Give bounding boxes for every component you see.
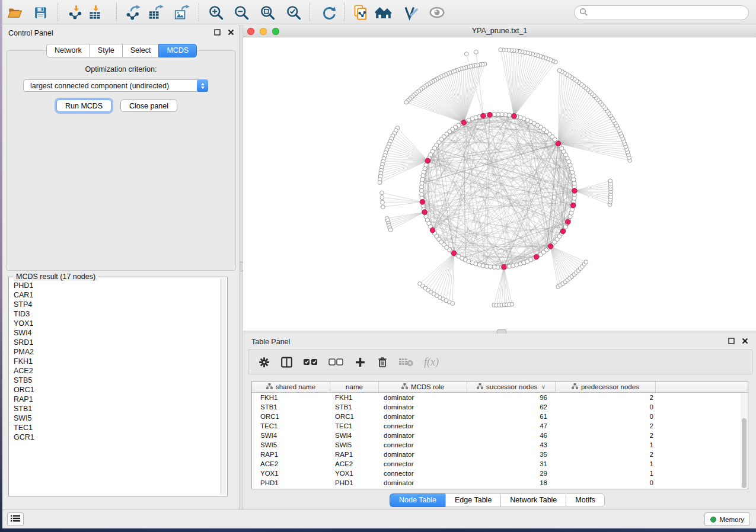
mcds-result-item[interactable]: ACE2 — [10, 366, 219, 376]
cell-successor-nodes: 35 — [467, 451, 556, 458]
cell-shared-name: ORC1 — [252, 413, 330, 420]
float-panel-icon[interactable] — [727, 337, 735, 345]
mcds-result-item[interactable]: RAP1 — [10, 395, 219, 404]
show-hide-graphic-details-icon[interactable] — [428, 4, 446, 21]
mcds-result-scrollbar[interactable] — [220, 278, 226, 495]
mcds-result-item[interactable]: PMA2 — [10, 347, 219, 357]
save-session-icon[interactable] — [31, 4, 49, 21]
table-row[interactable]: STB1STB1dominator620 — [252, 402, 748, 412]
add-column-icon[interactable] — [354, 353, 366, 371]
deselect-all-columns-icon[interactable] — [328, 353, 344, 371]
table-scrollbar[interactable] — [741, 393, 747, 488]
cell-shared-name: SWI4 — [252, 432, 330, 439]
zoom-fit-icon[interactable] — [259, 4, 276, 21]
cell-successor-nodes: 43 — [467, 441, 556, 448]
float-panel-icon[interactable] — [213, 28, 221, 37]
mcds-result-item[interactable]: PHD1 — [10, 281, 219, 290]
column-header-shared-name[interactable]: shared name — [252, 382, 330, 392]
table-row[interactable]: SWI4SWI4dominator462 — [252, 431, 748, 440]
zoom-in-icon[interactable] — [207, 4, 225, 21]
table-row[interactable]: SWI5SWI5connector431 — [252, 440, 748, 450]
network-window-titlebar[interactable]: YPA_prune.txt_1 — [243, 25, 756, 37]
mcds-result-item[interactable]: ORC1 — [10, 385, 219, 395]
control-panel: Control Panel NetworkStyleSelectMCDS Opt… — [2, 25, 240, 509]
sort-desc-icon: ∨ — [541, 384, 546, 390]
cell-MCDS-role: connector — [379, 470, 467, 477]
tab-node-table[interactable]: Node Table — [390, 493, 445, 507]
cell-name: FKH1 — [330, 394, 379, 401]
export-network-icon[interactable] — [125, 4, 142, 21]
select-stepper-icon — [197, 79, 208, 92]
table-row[interactable]: FKH1FKH1dominator962 — [252, 393, 748, 402]
mcds-result-item[interactable]: FKH1 — [10, 357, 219, 366]
vizmapper-icon[interactable] — [402, 4, 420, 21]
tab-select[interactable]: Select — [122, 44, 159, 57]
close-panel-icon[interactable] — [741, 337, 749, 345]
optimization-criterion-select[interactable]: largest connected component (undirected) — [23, 79, 208, 92]
tab-motifs[interactable]: Motifs — [566, 493, 604, 507]
mcds-result-item[interactable]: TEC1 — [10, 423, 219, 432]
tab-network[interactable]: Network — [46, 44, 90, 57]
table-settings-icon[interactable] — [258, 353, 270, 371]
table-row[interactable]: ORC1ORC1dominator610 — [252, 412, 748, 421]
network-overview-icon[interactable] — [375, 4, 393, 21]
table-row[interactable]: YOX1YOX1connector291 — [252, 469, 748, 478]
show-panels-menu-button[interactable] — [7, 512, 24, 526]
cell-predecessor-nodes: 2 — [556, 432, 656, 439]
mcds-result-item[interactable]: SWI5 — [10, 414, 219, 423]
zoom-out-icon[interactable] — [232, 4, 250, 21]
mcds-result-item[interactable]: STB1 — [10, 404, 219, 414]
table-row[interactable]: ACE2ACE2connector311 — [252, 459, 748, 469]
tab-edge-table[interactable]: Edge Table — [445, 493, 500, 507]
network-canvas[interactable] — [243, 37, 756, 331]
table-row[interactable]: PHD1PHD1dominator180 — [252, 478, 748, 488]
select-all-columns-icon[interactable] — [303, 353, 318, 371]
cell-name: PHD1 — [330, 479, 379, 486]
close-panel-button[interactable]: Close panel — [120, 100, 177, 112]
table-row[interactable]: TEC1TEC1connector472 — [252, 421, 748, 431]
search-input[interactable] — [591, 9, 748, 17]
zoom-selected-icon[interactable] — [285, 4, 302, 21]
column-layout-icon[interactable] — [280, 353, 293, 371]
scrollbar-thumb[interactable] — [742, 418, 747, 488]
delete-column-icon[interactable] — [377, 353, 388, 371]
cell-MCDS-role: dominator — [379, 394, 467, 401]
mcds-result-item[interactable]: TID3 — [10, 309, 219, 319]
memory-button[interactable]: Memory — [704, 512, 750, 526]
mcds-result-item[interactable]: SRD1 — [10, 338, 219, 347]
cell-name: RAP1 — [330, 451, 379, 458]
function-builder-icon[interactable]: f(x) — [424, 353, 439, 371]
export-image-icon[interactable] — [173, 4, 191, 21]
import-network-icon[interactable] — [66, 4, 84, 21]
mcds-result-item[interactable]: SWI4 — [10, 328, 219, 338]
run-mcds-button[interactable]: Run MCDS — [56, 100, 111, 112]
delete-table-icon[interactable] — [398, 353, 414, 371]
open-file-icon[interactable] — [6, 4, 24, 21]
shared-column-icon — [572, 383, 578, 390]
node-table: shared namenameMCDS rolesuccessor nodes∨… — [251, 381, 748, 489]
cell-predecessor-nodes: 2 — [556, 422, 656, 430]
mcds-result-item[interactable]: STP4 — [10, 300, 219, 309]
export-table-icon[interactable] — [147, 4, 165, 21]
import-table-icon[interactable] — [86, 4, 104, 21]
cell-successor-nodes: 31 — [467, 460, 556, 467]
cell-name: ORC1 — [330, 413, 379, 420]
cell-predecessor-nodes: 0 — [556, 403, 656, 411]
table-row[interactable]: RAP1RAP1dominator352 — [252, 450, 748, 459]
mcds-result-item[interactable]: CAR1 — [10, 290, 219, 300]
mcds-result-item[interactable]: YOX1 — [10, 319, 219, 328]
mcds-result-item[interactable]: GCR1 — [10, 432, 219, 442]
column-header-name[interactable]: name — [330, 382, 379, 392]
mcds-result-item[interactable]: STB5 — [10, 376, 219, 385]
column-header-successor-nodes[interactable]: successor nodes∨ — [467, 382, 556, 392]
tab-mcds[interactable]: MCDS — [158, 44, 197, 57]
network-graph[interactable] — [243, 37, 756, 331]
tab-network-table[interactable]: Network Table — [500, 493, 566, 507]
close-panel-icon[interactable] — [227, 28, 235, 37]
refresh-view-icon[interactable] — [320, 4, 338, 21]
cell-successor-nodes: 62 — [467, 403, 556, 411]
column-header-MCDS-role[interactable]: MCDS role — [379, 382, 467, 392]
clone-network-icon[interactable] — [352, 4, 370, 21]
column-header-predecessor-nodes[interactable]: predecessor nodes — [556, 382, 656, 392]
tab-style[interactable]: Style — [90, 44, 122, 57]
